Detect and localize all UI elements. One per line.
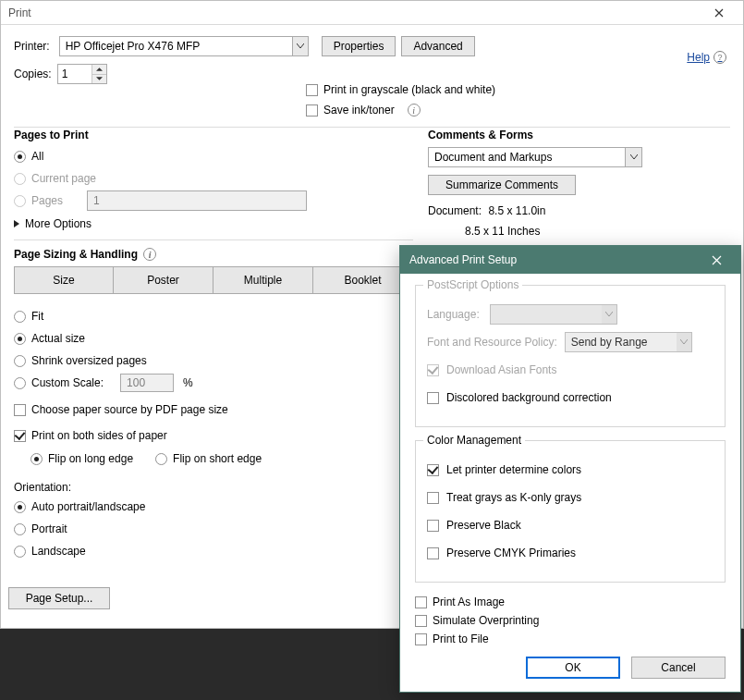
cancel-button[interactable]: Cancel (631, 657, 726, 679)
seg-poster-button[interactable]: Poster (114, 266, 213, 294)
document-label: Document: (428, 204, 482, 217)
comments-title: Comments & Forms (428, 129, 729, 141)
print-titlebar: Print (1, 1, 743, 25)
saveink-info-icon[interactable]: i (408, 104, 421, 117)
ps-download-checkbox (427, 364, 439, 376)
advanced-button[interactable]: Advanced (401, 36, 474, 56)
comments-dropdown-button[interactable] (625, 148, 641, 166)
color-management-legend: Color Management (423, 434, 525, 447)
comments-value: Document and Markups (429, 151, 625, 164)
advanced-close-button[interactable] (698, 247, 735, 273)
orientation-title: Orientation: (14, 481, 413, 494)
ps-font-label: Font and Resource Policy: (427, 336, 557, 349)
advanced-titlebar: Advanced Print Setup (400, 246, 740, 274)
ps-language-select (490, 304, 617, 325)
cm-let-checkbox[interactable] (427, 464, 439, 476)
orient-auto-label: Auto portrait/landscape (31, 500, 145, 513)
ps-language-label: Language: (427, 308, 482, 321)
orient-portrait-radio[interactable] (14, 523, 26, 535)
saveink-checkbox[interactable] (306, 104, 318, 117)
ps-discolored-label: Discolored background correction (446, 391, 612, 404)
summarize-comments-button[interactable]: Summarize Comments (428, 175, 576, 195)
printer-value[interactable] (60, 37, 292, 55)
chevron-down-icon (677, 333, 691, 351)
document-sub: 8.5 x 11 Inches (428, 225, 729, 238)
actual-radio[interactable] (14, 333, 26, 345)
actual-label: Actual size (31, 332, 85, 345)
page-setup-button[interactable]: Page Setup... (8, 587, 110, 609)
caret-right-icon (14, 220, 19, 227)
grayscale-label: Print in grayscale (black and white) (323, 83, 495, 96)
copies-value[interactable] (58, 65, 91, 83)
custom-scale-field[interactable] (120, 374, 174, 392)
print-close-button[interactable] (701, 3, 738, 23)
help-link[interactable]: Help ? (687, 51, 726, 64)
pages-current-radio[interactable] (14, 173, 26, 185)
color-management-group: Color Management Let printer determine c… (415, 440, 726, 583)
seg-booklet-button[interactable]: Booklet (313, 266, 413, 294)
pages-range-field[interactable] (87, 190, 307, 211)
advanced-title: Advanced Print Setup (409, 253, 517, 266)
fit-radio[interactable] (14, 311, 26, 323)
advanced-print-setup-dialog: Advanced Print Setup PostScript Options … (399, 245, 741, 693)
comments-select[interactable]: Document and Markups (428, 147, 642, 167)
flip-short-radio[interactable] (155, 453, 167, 465)
shrink-label: Shrink oversized pages (31, 354, 147, 367)
close-icon (712, 255, 722, 265)
cm-black-checkbox[interactable] (427, 520, 439, 532)
print-title: Print (8, 6, 31, 19)
custom-radio[interactable] (14, 377, 26, 389)
orient-auto-radio[interactable] (14, 501, 26, 513)
pages-to-print-title: Pages to Print (14, 129, 413, 141)
both-sides-checkbox[interactable] (14, 430, 26, 442)
ps-download-label: Download Asian Fonts (446, 363, 556, 376)
chevron-down-icon (630, 154, 638, 160)
cm-cmyk-checkbox[interactable] (427, 547, 439, 559)
grayscale-checkbox[interactable] (306, 84, 318, 96)
pages-range-label: Pages (31, 194, 63, 207)
cm-cmyk-label: Preserve CMYK Primaries (446, 546, 576, 559)
more-options-toggle[interactable]: More Options (14, 217, 413, 230)
both-sides-label: Print on both sides of paper (31, 429, 167, 442)
chevron-down-icon (602, 305, 616, 324)
flip-short-label: Flip on short edge (173, 452, 262, 465)
fit-label: Fit (31, 310, 43, 323)
help-icon: ? (714, 51, 726, 64)
ps-discolored-checkbox[interactable] (427, 392, 439, 404)
custom-label: Custom Scale: (31, 376, 104, 389)
pages-all-radio[interactable] (14, 151, 26, 163)
flip-long-radio[interactable] (30, 453, 43, 465)
ps-font-select: Send by Range (565, 332, 692, 352)
simulate-checkbox[interactable] (415, 615, 427, 627)
orient-landscape-label: Landscape (31, 545, 86, 558)
close-icon (714, 8, 724, 18)
choose-paper-checkbox[interactable] (14, 404, 26, 416)
postscript-options-group: PostScript Options Language: Font and Re… (415, 285, 726, 427)
sizing-info-icon[interactable]: i (143, 248, 156, 261)
properties-button[interactable]: Properties (322, 36, 396, 56)
seg-size-button[interactable]: Size (14, 266, 114, 294)
chevron-down-icon (297, 43, 304, 49)
seg-multiple-button[interactable]: Multiple (213, 266, 313, 294)
copies-up-button[interactable] (92, 65, 106, 75)
print-image-checkbox[interactable] (415, 596, 427, 608)
simulate-label: Simulate Overprinting (433, 614, 539, 627)
pages-range-radio[interactable] (14, 195, 26, 207)
shrink-radio[interactable] (14, 355, 26, 367)
postscript-options-legend: PostScript Options (423, 278, 522, 291)
cm-gray-checkbox[interactable] (427, 492, 439, 504)
printer-dropdown-button[interactable] (292, 37, 308, 55)
ok-button[interactable]: OK (526, 657, 620, 679)
help-label: Help (687, 51, 710, 64)
printer-select[interactable] (59, 36, 309, 56)
saveink-label: Save ink/toner (323, 104, 395, 117)
sizing-title: Page Sizing & Handling (14, 248, 138, 261)
cm-let-label: Let printer determine colors (446, 463, 581, 476)
copies-spinner[interactable] (57, 64, 107, 84)
copies-down-button[interactable] (92, 75, 106, 84)
pages-current-label: Current page (31, 172, 96, 185)
orient-landscape-radio[interactable] (14, 546, 26, 558)
cm-gray-label: Treat grays as K-only grays (446, 491, 581, 504)
print-file-checkbox[interactable] (415, 633, 427, 645)
printer-label: Printer: (14, 40, 50, 53)
